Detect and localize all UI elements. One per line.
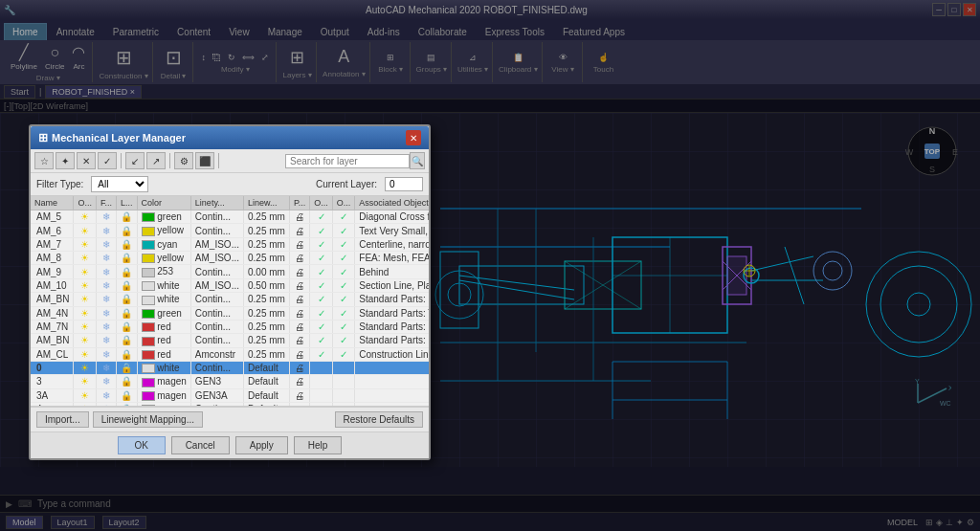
layer-color[interactable]: magen [137, 388, 190, 402]
layer-frozen[interactable]: ❄ [96, 224, 116, 237]
table-row[interactable]: AM_CL ☀ ❄ 🔒 red Amconstr 0.25 mm 🖨 ✓ ✓ C… [31, 347, 429, 361]
layer-frozen[interactable]: ❄ [96, 334, 116, 347]
layer-color[interactable]: white [137, 293, 190, 306]
layer-frozen[interactable]: ❄ [96, 375, 116, 388]
table-row[interactable]: AM_7 ☀ ❄ 🔒 cyan AM_ISO... 0.25 mm 🖨 ✓ ✓ … [31, 237, 429, 251]
layer-plot[interactable]: 🖨 [289, 252, 309, 265]
layer-on[interactable]: ☀ [74, 293, 97, 306]
layer-plot[interactable]: 🖨 [289, 278, 309, 292]
layer-color[interactable]: white [137, 361, 190, 374]
new-layer-button[interactable]: ☆ [34, 152, 54, 169]
help-button[interactable]: Help [294, 436, 343, 454]
layer-on[interactable]: ☀ [74, 306, 97, 320]
lineweight-mapping-button[interactable]: Lineweight Mapping... [93, 411, 203, 428]
layer-plot[interactable]: 🖨 [289, 293, 309, 306]
current-layer-input[interactable] [385, 177, 423, 191]
layer-frozen[interactable]: ❄ [96, 265, 116, 278]
table-row[interactable]: AM_7N ☀ ❄ 🔒 red Contin... 0.25 mm 🖨 ✓ ✓ … [31, 320, 429, 333]
delete-layer-button[interactable]: ✕ [77, 152, 96, 169]
import-button[interactable]: Import... [36, 411, 89, 428]
layer-plot[interactable]: 🖨 [289, 347, 309, 361]
layer-color[interactable]: yellow [137, 252, 190, 265]
layer-plot[interactable]: 🖨 [289, 361, 309, 374]
layer-locked[interactable]: 🔒 [116, 361, 137, 374]
layer-on[interactable]: ☀ [74, 361, 97, 374]
layer-plot[interactable]: 🖨 [289, 375, 309, 388]
layer-plot[interactable]: 🖨 [289, 388, 309, 402]
layer-frozen[interactable]: ❄ [96, 252, 116, 265]
table-row[interactable]: 3A ☀ ❄ 🔒 magen GEN3A Default 🖨 [31, 388, 429, 402]
layer-color[interactable]: white [137, 278, 190, 292]
restore-defaults-button[interactable]: Restore Defaults [335, 411, 423, 428]
layer-on[interactable]: ☀ [74, 388, 97, 402]
layer-frozen[interactable]: ❄ [96, 237, 116, 251]
layer-frozen[interactable]: ❄ [96, 347, 116, 361]
layer-color[interactable]: cyan [137, 237, 190, 251]
table-row[interactable]: AM_4N ☀ ❄ 🔒 green Contin... 0.25 mm 🖨 ✓ … [31, 306, 429, 320]
table-row[interactable]: AM_8 ☀ ❄ 🔒 yellow AM_ISO... 0.25 mm 🖨 ✓ … [31, 252, 429, 265]
layer-locked[interactable]: 🔒 [116, 347, 137, 361]
layer-on[interactable]: ☀ [74, 237, 97, 251]
layer-table-container[interactable]: Name O... F... L... Color Linety... Line… [31, 196, 429, 407]
layer-locked[interactable]: 🔒 [116, 252, 137, 265]
layer-color[interactable]: red [137, 347, 190, 361]
table-row[interactable]: AM_5 ☀ ❄ 🔒 green Contin... 0.25 mm 🖨 ✓ ✓… [31, 210, 429, 224]
layer-color[interactable]: magen [137, 375, 190, 388]
copy-to-layer-button[interactable]: ↗ [146, 152, 166, 169]
layer-locked[interactable]: 🔒 [116, 388, 137, 402]
move-to-layer-button[interactable]: ↙ [125, 152, 145, 169]
layer-frozen[interactable]: ❄ [96, 306, 116, 320]
layer-frozen[interactable]: ❄ [96, 388, 116, 402]
layer-frozen[interactable]: ❄ [96, 293, 116, 306]
settings-button[interactable]: ⚙ [174, 152, 193, 169]
layer-locked[interactable]: 🔒 [116, 306, 137, 320]
layer-search-input[interactable] [285, 154, 410, 168]
layer-color[interactable]: yellow [137, 224, 190, 237]
layer-on[interactable]: ☀ [74, 224, 97, 237]
layer-plot[interactable]: 🖨 [289, 306, 309, 320]
layer-on[interactable]: ☀ [74, 375, 97, 388]
table-row[interactable]: AM_10 ☀ ❄ 🔒 white AM_ISO... 0.50 mm 🖨 ✓ … [31, 278, 429, 292]
layer-plot[interactable]: 🖨 [289, 334, 309, 347]
set-current-button[interactable]: ✓ [98, 152, 117, 169]
dialog-close-button[interactable]: ✕ [406, 130, 421, 145]
layer-locked[interactable]: 🔒 [116, 293, 137, 306]
filter-type-select[interactable]: All Used Unused [91, 176, 148, 192]
layer-color[interactable]: red [137, 334, 190, 347]
layer-on[interactable]: ☀ [74, 278, 97, 292]
table-row[interactable]: AM_9 ☀ ❄ 🔒 253 Contin... 0.00 mm 🖨 ✓ ✓ B… [31, 265, 429, 278]
layer-locked[interactable]: 🔒 [116, 375, 137, 388]
layer-color[interactable]: red [137, 320, 190, 333]
search-button[interactable]: 🔍 [410, 152, 425, 169]
layer-on[interactable]: ☀ [74, 252, 97, 265]
layer-locked[interactable]: 🔒 [116, 320, 137, 333]
layer-on[interactable]: ☀ [74, 265, 97, 278]
layer-locked[interactable]: 🔒 [116, 334, 137, 347]
layer-on[interactable]: ☀ [74, 334, 97, 347]
cancel-button[interactable]: Cancel [171, 436, 230, 454]
new-layer-state-button[interactable]: ✦ [56, 152, 75, 169]
layer-locked[interactable]: 🔒 [116, 224, 137, 237]
table-row[interactable]: 0 ☀ ❄ 🔒 white Contin... Default 🖨 [31, 361, 429, 374]
layer-color[interactable]: 253 [137, 265, 190, 278]
layer-locked[interactable]: 🔒 [116, 265, 137, 278]
layer-color[interactable]: green [137, 210, 190, 224]
layer-frozen[interactable]: ❄ [96, 210, 116, 224]
layer-plot[interactable]: 🖨 [289, 320, 309, 333]
layer-on[interactable]: ☀ [74, 320, 97, 333]
layer-locked[interactable]: 🔒 [116, 210, 137, 224]
layer-locked[interactable]: 🔒 [116, 237, 137, 251]
table-row[interactable]: AM_BN ☀ ❄ 🔒 red Contin... 0.25 mm 🖨 ✓ ✓ … [31, 334, 429, 347]
table-row[interactable]: AM_BN ☀ ❄ 🔒 white Contin... 0.25 mm 🖨 ✓ … [31, 293, 429, 306]
layer-color[interactable]: green [137, 306, 190, 320]
layer-plot[interactable]: 🖨 [289, 210, 309, 224]
table-row[interactable]: AM_6 ☀ ❄ 🔒 yellow Contin... 0.25 mm 🖨 ✓ … [31, 224, 429, 237]
table-row[interactable]: 3 ☀ ❄ 🔒 magen GEN3 Default 🖨 [31, 375, 429, 388]
layer-on[interactable]: ☀ [74, 210, 97, 224]
layer-frozen[interactable]: ❄ [96, 320, 116, 333]
layer-on[interactable]: ☀ [74, 347, 97, 361]
layer-plot[interactable]: 🖨 [289, 265, 309, 278]
layer-frozen[interactable]: ❄ [96, 278, 116, 292]
layer-locked[interactable]: 🔒 [116, 278, 137, 292]
ok-button[interactable]: OK [118, 436, 166, 454]
